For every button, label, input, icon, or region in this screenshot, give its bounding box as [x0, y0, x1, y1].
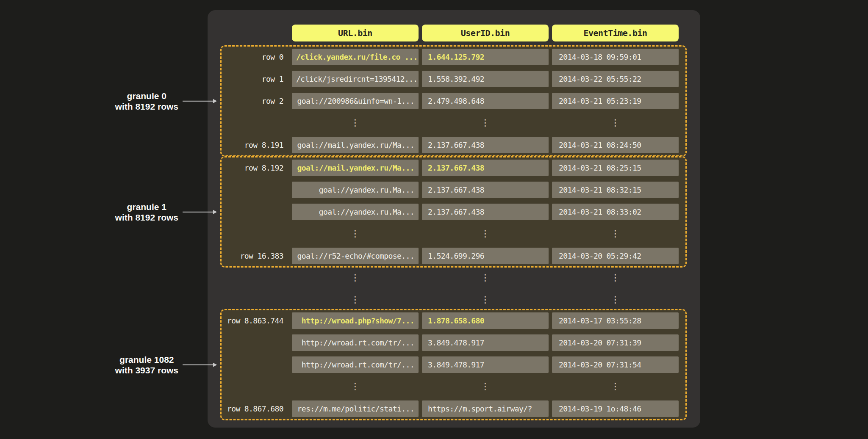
granule-name: granule 0 — [115, 90, 178, 101]
cell-url: http://wroad.rt.com/tr/... — [292, 334, 419, 351]
vertical-ellipsis-icon: ⋮ — [422, 292, 549, 308]
ellipsis-row: ⋮ ⋮ ⋮ — [222, 378, 685, 395]
cell-url: goal://yandex.ru.Ma... — [292, 182, 419, 198]
table-panel: URL.bin UserID.bin EventTime.bin row 0 /… — [208, 10, 700, 428]
granule-name: granule 1 — [115, 201, 178, 212]
column-file-name: EventTime.bin — [583, 28, 647, 38]
row-index-label: row 16.383 — [222, 248, 288, 264]
row-index-label — [222, 356, 288, 373]
cell-url: res://m.me/politic/stati... — [292, 400, 419, 417]
cell-userid: 2.479.498.648 — [422, 93, 549, 109]
cell-eventtime: 2014-03-17 03:55:28 — [552, 312, 679, 329]
cell-eventtime: 2014-03-21 08:24:50 — [552, 137, 679, 153]
cell-eventtime: 2014-03-18 09:59:01 — [552, 49, 679, 65]
table-row: row 8.867.680 res://m.me/politic/stati..… — [222, 400, 685, 417]
vertical-ellipsis-icon: ⋮ — [292, 378, 419, 395]
vertical-ellipsis-icon: ⋮ — [292, 270, 419, 286]
column-file-badge: URL.bin — [292, 25, 419, 41]
cell-eventtime: 2014-03-20 05:29:42 — [552, 248, 679, 264]
cell-userid: 2.137.667.438 — [422, 137, 549, 153]
cell-eventtime: 2014-03-19 1o:48:46 — [552, 400, 679, 417]
row-index-label-empty — [222, 115, 288, 131]
vertical-ellipsis-icon: ⋮ — [552, 270, 679, 286]
ellipsis-row: ⋮ ⋮ ⋮ — [222, 226, 685, 242]
cell-eventtime: 2014-03-20 07:31:54 — [552, 356, 679, 373]
column-file-badge: EventTime.bin — [552, 25, 679, 41]
cell-userid: 2.137.667.438 — [422, 182, 549, 198]
cell-url: http://wroad.rt.com/tr/... — [292, 356, 419, 373]
vertical-ellipsis-icon: ⋮ — [292, 292, 419, 308]
table-row: row 0 /click.yandex.ru/file.co ... 1.644… — [222, 49, 685, 65]
table-row: http://wroad.rt.com/tr/... 3.849.478.917… — [222, 356, 685, 373]
row-index-label — [222, 182, 288, 198]
cell-url: http://wroad.php?show/7... — [292, 312, 419, 329]
vertical-ellipsis-icon: ⋮ — [422, 270, 549, 286]
ellipsis-row: ⋮ ⋮ ⋮ — [222, 115, 685, 131]
granule-box: row 8.863.744 http://wroad.php?show/7...… — [220, 309, 687, 420]
cell-eventtime: 2014-03-21 05:23:19 — [552, 93, 679, 109]
vertical-ellipsis-icon: ⋮ — [552, 115, 679, 131]
granule-row-count: with 8192 rows — [115, 212, 178, 223]
cell-userid: 1.524.699.296 — [422, 248, 549, 264]
cell-url: /click.yandex.ru/file.co ... — [292, 49, 419, 65]
granule-row-count: with 3937 rows — [115, 365, 178, 375]
granule-annotation: granule 1 with 8192 rows — [76, 201, 217, 222]
table-row: row 8.863.744 http://wroad.php?show/7...… — [222, 312, 685, 329]
vertical-ellipsis-icon: ⋮ — [422, 226, 549, 242]
granule-name: granule 1082 — [115, 354, 178, 364]
row-index-label: row 8.191 — [222, 137, 288, 153]
cell-url: goal://yandex.ru.Ma... — [292, 204, 419, 220]
row-index-label: row 2 — [222, 93, 288, 109]
granule-annotation-text: granule 1082 with 3937 rows — [115, 354, 178, 375]
arrow-right-icon — [183, 210, 217, 214]
column-file-badge: UserID.bin — [422, 25, 549, 41]
table-row: row 16.383 goal://r52-echo/#compose... 1… — [222, 248, 685, 264]
granule-annotation-text: granule 0 with 8192 rows — [115, 90, 178, 111]
cell-url: /click/jsredircnt=1395412... — [292, 71, 419, 87]
column-file-name: URL.bin — [338, 28, 372, 38]
ellipsis-row: ⋮ ⋮ ⋮ — [222, 270, 685, 286]
table-row: row 8.192 goal://mail.yandex.ru/Ma... 2.… — [222, 160, 685, 176]
cell-eventtime: 2014-03-21 08:33:02 — [552, 204, 679, 220]
row-index-label: row 8.192 — [222, 160, 288, 176]
table-row: row 2 goal://200986&uinfo=wn-1... 2.479.… — [222, 93, 685, 109]
ellipsis-row: ⋮ ⋮ ⋮ — [222, 292, 685, 308]
row-index-label-empty — [222, 378, 288, 395]
cell-url: goal://mail.yandex.ru/Ma... — [292, 137, 419, 153]
cell-url: goal://r52-echo/#compose... — [292, 248, 419, 264]
cell-userid: 2.137.667.438 — [422, 160, 549, 176]
granule-annotation-text: granule 1 with 8192 rows — [115, 201, 178, 222]
vertical-ellipsis-icon: ⋮ — [422, 378, 549, 395]
between-granules-ellipsis: ⋮ ⋮ ⋮ ⋮ ⋮ ⋮ — [220, 268, 687, 309]
vertical-ellipsis-icon: ⋮ — [552, 378, 679, 395]
cell-eventtime: 2014-03-22 05:55:22 — [552, 71, 679, 87]
table-row: row 1 /click/jsredircnt=1395412... 1.558… — [222, 71, 685, 87]
arrow-right-icon — [183, 363, 217, 367]
vertical-ellipsis-icon: ⋮ — [422, 115, 549, 131]
cell-url: goal://200986&uinfo=wn-1... — [292, 93, 419, 109]
granule-box: row 0 /click.yandex.ru/file.co ... 1.644… — [220, 45, 687, 157]
vertical-ellipsis-icon: ⋮ — [292, 226, 419, 242]
cell-eventtime: 2014-03-20 07:31:39 — [552, 334, 679, 351]
cell-userid: 3.849.478.917 — [422, 334, 549, 351]
row-index-label-empty — [222, 270, 288, 286]
column-header-row: URL.bin UserID.bin EventTime.bin — [292, 25, 679, 41]
cell-userid: 2.137.667.438 — [422, 204, 549, 220]
row-index-label: row 8.863.744 — [222, 312, 288, 329]
cell-userid: https://m.sport.airway/? — [422, 400, 549, 417]
table-row: goal://yandex.ru.Ma... 2.137.667.438 201… — [222, 182, 685, 198]
cell-url: goal://mail.yandex.ru/Ma... — [292, 160, 419, 176]
cell-eventtime: 2014-03-21 08:25:15 — [552, 160, 679, 176]
cell-eventtime: 2014-03-21 08:32:15 — [552, 182, 679, 198]
row-index-label-empty — [222, 226, 288, 242]
granules-diagram: URL.bin UserID.bin EventTime.bin row 0 /… — [0, 0, 868, 439]
vertical-ellipsis-icon: ⋮ — [292, 115, 419, 131]
granule-row-count: with 8192 rows — [115, 101, 178, 112]
table-row: row 8.191 goal://mail.yandex.ru/Ma... 2.… — [222, 137, 685, 153]
table-row: http://wroad.rt.com/tr/... 3.849.478.917… — [222, 334, 685, 351]
arrow-right-icon — [183, 99, 217, 103]
row-index-label: row 0 — [222, 49, 288, 65]
row-index-label: row 1 — [222, 71, 288, 87]
cell-userid: 1.644.125.792 — [422, 49, 549, 65]
vertical-ellipsis-icon: ⋮ — [552, 292, 679, 308]
